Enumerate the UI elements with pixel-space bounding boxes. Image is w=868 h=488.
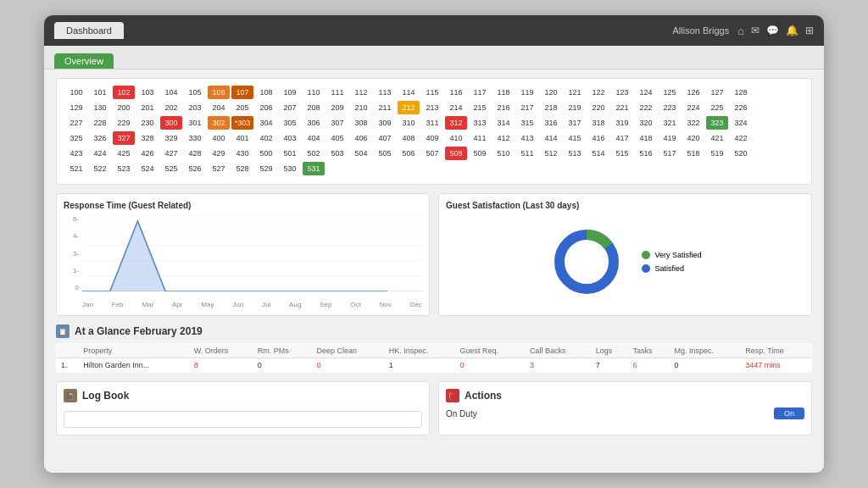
cell-525[interactable]: 525 <box>160 162 182 175</box>
cell-527[interactable]: 527 <box>208 162 230 175</box>
cell-510[interactable]: 510 <box>492 147 515 160</box>
cell-509[interactable]: 509 <box>469 147 491 160</box>
cell-518[interactable]: 518 <box>682 147 704 160</box>
cell-130[interactable]: 130 <box>89 101 111 114</box>
cell-405[interactable]: 405 <box>326 131 348 145</box>
overview-tab[interactable]: Overview <box>54 53 114 69</box>
cell-224[interactable]: 224 <box>682 101 704 114</box>
cell-401[interactable]: 401 <box>231 131 253 145</box>
cell-104[interactable]: 104 <box>160 86 182 99</box>
cell-322[interactable]: 322 <box>682 116 704 130</box>
cell-207[interactable]: 207 <box>279 101 301 114</box>
cell-319[interactable]: 319 <box>611 116 633 130</box>
cell-415[interactable]: 415 <box>564 131 586 145</box>
cell-519[interactable]: 519 <box>706 147 728 160</box>
cell-122[interactable]: 122 <box>587 86 609 99</box>
cell-502[interactable]: 502 <box>303 147 325 160</box>
cell-223[interactable]: 223 <box>659 101 681 114</box>
cell-517[interactable]: 517 <box>659 147 681 160</box>
cell-325[interactable]: 325 <box>65 131 87 145</box>
cell-124[interactable]: 124 <box>635 86 657 99</box>
cell-529[interactable]: 529 <box>255 162 277 175</box>
cell-326[interactable]: 326 <box>89 131 111 145</box>
cell-215[interactable]: 215 <box>469 101 491 114</box>
cell-422[interactable]: 422 <box>730 131 752 145</box>
cell-225[interactable]: 225 <box>706 101 728 114</box>
cell-418[interactable]: 418 <box>635 131 657 145</box>
cell-400[interactable]: 400 <box>208 131 230 145</box>
cell-524[interactable]: 524 <box>136 162 159 175</box>
home-icon[interactable]: ⌂ <box>737 25 744 37</box>
cell-217[interactable]: 217 <box>516 101 538 114</box>
cell-120[interactable]: 120 <box>540 86 562 99</box>
cell-309[interactable]: 309 <box>374 116 396 130</box>
cell-211[interactable]: 211 <box>374 101 396 114</box>
cell-427[interactable]: 427 <box>160 147 182 160</box>
chat-icon[interactable]: 💬 <box>766 25 779 36</box>
cell-429[interactable]: 429 <box>208 147 230 160</box>
cell-125[interactable]: 125 <box>659 86 681 99</box>
cell-507[interactable]: 507 <box>421 147 443 160</box>
cell-406[interactable]: 406 <box>350 131 372 145</box>
cell-216[interactable]: 216 <box>492 101 515 114</box>
cell-531[interactable]: 531 <box>303 162 325 175</box>
cell-321[interactable]: 321 <box>659 116 681 130</box>
cell-118[interactable]: 118 <box>492 86 515 99</box>
cell-404[interactable]: 404 <box>303 131 325 145</box>
cell-430[interactable]: 430 <box>231 147 253 160</box>
cell-408[interactable]: 408 <box>398 131 420 145</box>
cell-307[interactable]: 307 <box>326 116 348 130</box>
cell-501[interactable]: 501 <box>279 147 301 160</box>
cell-412[interactable]: 412 <box>492 131 515 145</box>
dashboard-tab[interactable]: Dashboard <box>54 22 124 39</box>
cell-428[interactable]: 428 <box>184 147 206 160</box>
cell-526[interactable]: 526 <box>184 162 206 175</box>
cell-513[interactable]: 513 <box>564 147 586 160</box>
cell-522[interactable]: 522 <box>89 162 111 175</box>
cell-516[interactable]: 516 <box>635 147 657 160</box>
cell-121[interactable]: 121 <box>564 86 586 99</box>
cell-500[interactable]: 500 <box>255 147 277 160</box>
cell-222[interactable]: 222 <box>635 101 657 114</box>
cell-112[interactable]: 112 <box>350 86 372 99</box>
cell-300[interactable]: 300 <box>160 116 182 130</box>
cell-100[interactable]: 100 <box>65 86 87 99</box>
cell-106[interactable]: 106 <box>208 86 230 99</box>
cell-327[interactable]: 327 <box>113 131 135 145</box>
cell-303[interactable]: *303 <box>231 116 253 130</box>
cell-205[interactable]: 205 <box>231 101 253 114</box>
cell-105[interactable]: 105 <box>184 86 206 99</box>
cell-229[interactable]: 229 <box>113 116 135 130</box>
cell-201[interactable]: 201 <box>136 101 159 114</box>
cell-506[interactable]: 506 <box>398 147 420 160</box>
cell-310[interactable]: 310 <box>398 116 420 130</box>
cell-508[interactable]: 508 <box>445 147 467 160</box>
cell-413[interactable]: 413 <box>516 131 538 145</box>
cell-226[interactable]: 226 <box>730 101 752 114</box>
cell-514[interactable]: 514 <box>587 147 609 160</box>
cell-530[interactable]: 530 <box>279 162 301 175</box>
cell-315[interactable]: 315 <box>516 116 538 130</box>
cell-411[interactable]: 411 <box>469 131 491 145</box>
cell-102[interactable]: 102 <box>113 86 135 99</box>
cell-212[interactable]: 212 <box>398 101 420 114</box>
cell-220[interactable]: 220 <box>587 101 609 114</box>
cell-407[interactable]: 407 <box>374 131 396 145</box>
mail-icon[interactable]: ✉ <box>751 25 760 36</box>
cell-313[interactable]: 313 <box>469 116 491 130</box>
cell-421[interactable]: 421 <box>706 131 728 145</box>
cell-301[interactable]: 301 <box>184 116 206 130</box>
cell-403[interactable]: 403 <box>279 131 301 145</box>
cell-504[interactable]: 504 <box>350 147 372 160</box>
cell-213[interactable]: 213 <box>421 101 443 114</box>
cell-424[interactable]: 424 <box>89 147 111 160</box>
cell-129[interactable]: 129 <box>65 101 87 114</box>
on-duty-toggle[interactable]: On <box>774 408 804 419</box>
cell-209[interactable]: 209 <box>326 101 348 114</box>
cell-511[interactable]: 511 <box>516 147 538 160</box>
cell-218[interactable]: 218 <box>540 101 562 114</box>
cell-204[interactable]: 204 <box>208 101 230 114</box>
log-search-input[interactable] <box>64 411 422 428</box>
cell-128[interactable]: 128 <box>730 86 752 99</box>
cell-311[interactable]: 311 <box>421 116 443 130</box>
